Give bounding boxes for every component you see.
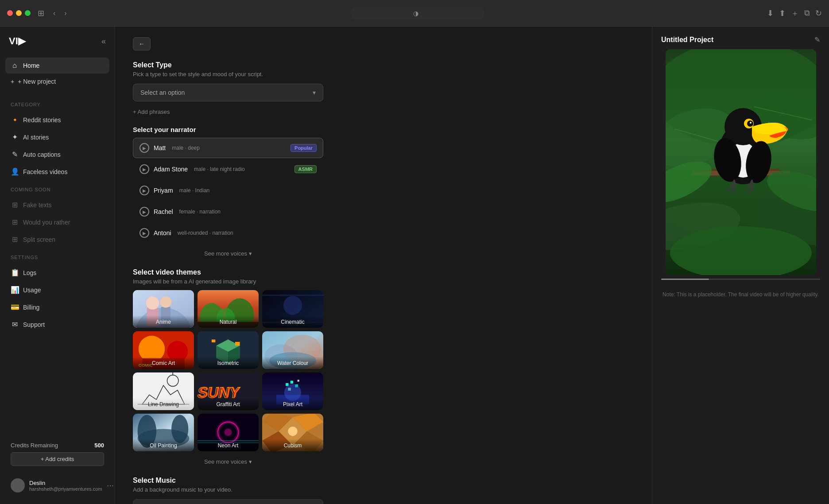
play-icon-priyam[interactable]: ▶ [139, 186, 149, 195]
settings-section-label: SETTINGS [5, 252, 109, 263]
wyr-icon: ⊞ [11, 218, 19, 226]
theme-oil-painting[interactable]: Oil Painting [133, 414, 194, 451]
user-menu-button[interactable]: ⋯ [107, 481, 114, 490]
voice-item-matt[interactable]: ▶ Matt male · deep Popular [133, 138, 323, 158]
add-phrases-button[interactable]: + Add phrases [133, 107, 170, 117]
sidebar-item-reddit-stories[interactable]: 🔸 Reddit stories [5, 112, 109, 128]
select-type-title: Select Type [133, 61, 323, 69]
share-button[interactable]: ⬆ [779, 8, 786, 18]
theme-natural-label: Natural [198, 315, 259, 328]
voice-name-adam: Adam Stone [154, 166, 188, 173]
sidebar: VI▶ « ⌂ Home + + New project CATEGORY 🔸 … [0, 27, 115, 504]
tabs-button[interactable]: ⧉ [804, 8, 810, 18]
theme-pixel-art[interactable]: Pixel Art [262, 372, 323, 410]
sidebar-item-auto-captions[interactable]: ✎ Auto captions [5, 146, 109, 163]
theme-isometric-label: Isometric [198, 357, 259, 369]
toucan-scene [666, 49, 816, 275]
see-more-voices-button[interactable]: See more voices ▾ [199, 248, 257, 260]
sidebar-item-home[interactable]: ⌂ Home [5, 58, 109, 74]
sidebar-collapse-button[interactable]: « [101, 37, 106, 46]
svg-rect-26 [212, 340, 215, 342]
address-bar[interactable]: ◑ [351, 7, 484, 19]
sidebar-item-split-screen: ⊞ Split screen [5, 231, 109, 248]
svg-rect-14 [262, 295, 323, 296]
ai-icon: ✦ [11, 133, 19, 141]
close-button[interactable] [7, 10, 13, 16]
sidebar-item-home-label: Home [23, 62, 39, 69]
theme-isometric[interactable]: Isometric [198, 331, 259, 369]
main-content: ← Select Type Pick a type to set the sty… [115, 27, 652, 504]
svg-point-63 [288, 426, 297, 436]
sidebar-item-fake-texts: ⊞ Fake texts [5, 197, 109, 213]
user-section[interactable]: Deslin harshsheth@priyamventures.com ⋯ [5, 474, 109, 497]
theme-cubism[interactable]: Cubism [262, 414, 323, 451]
browser-chrome: ⊞ ‹ › ◑ ⬇ ⬆ ＋ ⧉ ↻ [0, 0, 829, 27]
theme-graffiti-art-label: Graffiti Art [198, 398, 259, 410]
back-button[interactable]: ← [133, 37, 151, 50]
new-tab-button[interactable]: ＋ [791, 8, 799, 19]
sidebar-item-faceless-videos[interactable]: 👤 Faceless videos [5, 163, 109, 180]
voice-item-antonio[interactable]: ▶ Antoni well-rounded · narration [133, 223, 323, 243]
voice-badge-popular: Popular [291, 144, 317, 152]
browser-actions: ⬇ ⬆ ＋ ⧉ ↻ [767, 8, 822, 19]
progress-bar-area [652, 275, 829, 283]
sidebar-item-usage[interactable]: 📊 Usage [5, 282, 109, 298]
voice-item-rachel[interactable]: ▶ Rachel female · narration [133, 202, 323, 222]
reload-button[interactable]: ↻ [815, 8, 822, 18]
usage-label: Usage [23, 287, 41, 294]
select-type-subtitle: Pick a type to set the style and mood of… [133, 71, 323, 78]
type-dropdown[interactable]: Select an option ▾ [133, 84, 323, 101]
user-avatar [11, 478, 25, 492]
svg-point-3 [146, 296, 159, 310]
captions-icon: ✎ [11, 150, 19, 159]
minimize-button[interactable] [16, 10, 22, 16]
back-nav-button[interactable]: ‹ [51, 8, 57, 19]
svg-point-79 [747, 120, 753, 127]
maximize-button[interactable] [25, 10, 31, 16]
sidebar-toggle-button[interactable]: ⊞ [36, 7, 46, 20]
fake-texts-icon: ⊞ [11, 201, 19, 209]
play-icon-matt[interactable]: ▶ [139, 143, 149, 153]
voice-item-adam-stone[interactable]: ▶ Adam Stone male · late night radio ASM… [133, 159, 323, 179]
theme-cinematic[interactable]: Cinematic [262, 290, 323, 328]
music-section-title: Select Music [133, 477, 323, 485]
theme-neon-art[interactable]: Neon Art [198, 414, 259, 451]
add-credits-button[interactable]: + Add credits [11, 452, 104, 466]
home-icon: ⌂ [11, 62, 19, 70]
voice-tags-matt: male · deep [172, 145, 200, 151]
play-icon-adam[interactable]: ▶ [139, 164, 149, 174]
see-more-themes-button[interactable]: See more voices ▾ [199, 456, 257, 468]
voice-item-priyam[interactable]: ▶ Priyam male · Indian [133, 180, 323, 201]
chevron-down-icon-voices: ▾ [249, 250, 252, 257]
logs-label: Logs [23, 269, 36, 276]
chevron-down-icon-themes: ▾ [249, 458, 252, 465]
narrator-section-title: Select your narrator [133, 126, 323, 133]
edit-project-button[interactable]: ✎ [814, 35, 820, 44]
music-section-subtitle: Add a background music to your video. [133, 486, 323, 493]
forward-nav-button[interactable]: › [62, 8, 68, 19]
project-header: Untitled Project ✎ [652, 27, 829, 49]
play-icon-rachel[interactable]: ▶ [139, 207, 149, 217]
svg-rect-41 [291, 381, 293, 384]
logo-area: VI▶ « [5, 34, 109, 49]
theme-line-drawing[interactable]: Line Drawing [133, 372, 194, 410]
theme-neon-art-label: Neon Art [198, 439, 259, 451]
theme-water-colour[interactable]: Water Colour [262, 331, 323, 369]
music-item-manifest[interactable]: ▶ Manifest it [133, 499, 323, 504]
content-inner: ← Select Type Pick a type to set the sty… [133, 37, 323, 504]
voice-name-matt: Matt [154, 144, 166, 151]
theme-graffiti-art[interactable]: SUNY SUNY Graffiti Art [198, 372, 259, 410]
theme-anime[interactable]: Anime [133, 290, 194, 328]
sidebar-new-project[interactable]: + + New project [5, 74, 109, 89]
user-email: harshsheth@priyamventures.com [29, 486, 102, 492]
theme-natural[interactable]: Natural [198, 290, 259, 328]
download-button[interactable]: ⬇ [767, 8, 774, 18]
sidebar-item-support[interactable]: ✉ Support [5, 316, 109, 333]
new-project-label: + New project [18, 78, 56, 85]
sidebar-item-logs[interactable]: 📋 Logs [5, 264, 109, 281]
play-icon-antonio[interactable]: ▶ [139, 228, 149, 238]
sidebar-item-billing[interactable]: 💳 Billing [5, 299, 109, 315]
theme-comic-art[interactable]: COMIC Comic Art [133, 331, 194, 369]
usage-icon: 📊 [11, 286, 19, 294]
sidebar-item-ai-stories[interactable]: ✦ AI stories [5, 129, 109, 145]
